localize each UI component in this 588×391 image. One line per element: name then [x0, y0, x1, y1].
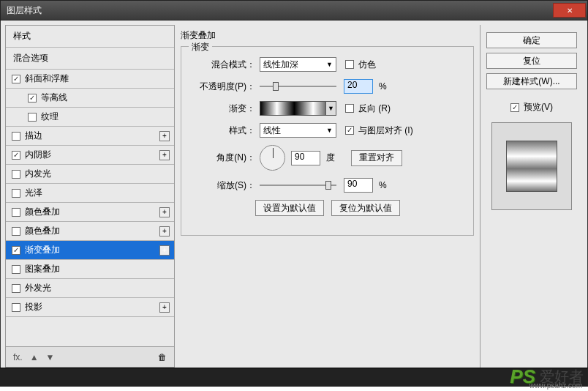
effect-label: 光泽 — [25, 187, 42, 199]
fx-icon[interactable]: fx. — [13, 352, 23, 362]
preview-checkbox[interactable] — [510, 103, 519, 112]
effect-label: 图案叠加 — [25, 263, 60, 275]
effect-checkbox[interactable] — [12, 227, 20, 236]
effect-checkbox[interactable] — [12, 170, 20, 179]
effect-label: 渐变叠加 — [25, 244, 60, 256]
ok-button[interactable]: 确定 — [486, 32, 577, 48]
effect-list: 斜面和浮雕等高线纹理描边+内阴影+内发光光泽颜色叠加+颜色叠加+渐变叠加+图案叠… — [6, 70, 174, 346]
effect-row[interactable]: 等高线 — [6, 89, 174, 108]
new-style-button[interactable]: 新建样式(W)... — [486, 73, 577, 89]
preview-box — [491, 122, 572, 210]
effect-checkbox[interactable] — [12, 208, 20, 217]
scale-unit: % — [379, 180, 387, 190]
close-icon: ✕ — [567, 7, 573, 15]
effect-row[interactable]: 渐变叠加+ — [6, 241, 174, 260]
opacity-slider[interactable] — [260, 81, 336, 92]
blend-mode-select[interactable]: 线性加深 ▼ — [260, 57, 336, 72]
down-icon[interactable]: ▼ — [46, 352, 55, 362]
reset-button[interactable]: 复位 — [486, 53, 577, 69]
effect-checkbox[interactable] — [28, 113, 37, 122]
add-effect-icon[interactable]: + — [159, 226, 170, 237]
main-area: 样式 混合选项 斜面和浮雕等高线纹理描边+内阴影+内发光光泽颜色叠加+颜色叠加+… — [0, 21, 588, 368]
title-bar: 图层样式 ✕ — [0, 0, 588, 21]
preview-label: 预览(V) — [524, 101, 553, 113]
add-effect-icon[interactable]: + — [159, 207, 170, 217]
effect-checkbox[interactable] — [12, 246, 20, 255]
align-label: 与图层对齐 (I) — [358, 124, 413, 137]
angle-label: 角度(N)： — [190, 152, 260, 164]
group-legend: 渐变 — [189, 41, 212, 53]
effect-label: 纹理 — [41, 111, 59, 123]
style-value: 线性 — [263, 124, 281, 137]
angle-input[interactable]: 90 — [291, 151, 320, 165]
effect-row[interactable]: 纹理 — [6, 108, 174, 127]
styles-sidebar: 样式 混合选项 斜面和浮雕等高线纹理描边+内阴影+内发光光泽颜色叠加+颜色叠加+… — [5, 25, 175, 368]
opacity-label: 不透明度(P)： — [190, 81, 260, 93]
angle-unit: 度 — [326, 152, 335, 164]
effect-checkbox[interactable] — [12, 303, 20, 312]
effect-checkbox[interactable] — [12, 284, 20, 293]
style-select[interactable]: 线性 ▼ — [260, 123, 336, 138]
make-default-button[interactable]: 设置为默认值 — [255, 200, 324, 216]
reset-default-button[interactable]: 复位为默认值 — [331, 200, 400, 216]
effect-checkbox[interactable] — [12, 265, 20, 274]
scale-input[interactable]: 90 — [344, 178, 373, 193]
effect-checkbox[interactable] — [12, 132, 20, 141]
action-column: 确定 复位 新建样式(W)... 预览(V) — [480, 25, 583, 368]
effect-row[interactable]: 外发光 — [6, 279, 174, 298]
gradient-dropdown-icon[interactable]: ▼ — [325, 102, 336, 115]
effect-label: 外发光 — [25, 282, 51, 294]
effect-label: 颜色叠加 — [25, 206, 60, 218]
reverse-label: 反向 (R) — [358, 103, 391, 115]
sidebar-footer: fx. ▲ ▼ 🗑 — [6, 346, 174, 367]
effect-row[interactable]: 图案叠加 — [6, 260, 174, 279]
effect-row[interactable]: 内发光 — [6, 165, 174, 184]
effect-row[interactable]: 颜色叠加+ — [6, 203, 174, 222]
chevron-down-icon: ▼ — [326, 127, 333, 134]
trash-icon[interactable]: 🗑 — [158, 352, 167, 362]
angle-dial[interactable] — [260, 145, 285, 171]
sidebar-header-blend-options[interactable]: 混合选项 — [6, 48, 174, 70]
effect-row[interactable]: 描边+ — [6, 127, 174, 146]
effect-row[interactable]: 投影+ — [6, 298, 174, 317]
window-title: 图层样式 — [7, 4, 42, 17]
sidebar-header-styles[interactable]: 样式 — [6, 26, 174, 48]
settings-panel: 渐变叠加 渐变 混合模式： 线性加深 ▼ 仿色 不透明度(P)： 20 % — [175, 25, 480, 368]
add-effect-icon[interactable]: + — [159, 131, 170, 141]
dither-checkbox[interactable] — [345, 60, 354, 69]
effect-checkbox[interactable] — [12, 151, 20, 160]
add-effect-icon[interactable]: + — [159, 245, 170, 256]
effect-row[interactable]: 颜色叠加+ — [6, 222, 174, 241]
scale-label: 缩放(S)： — [190, 179, 260, 192]
effect-label: 颜色叠加 — [25, 225, 60, 237]
blend-mode-label: 混合模式： — [190, 59, 260, 71]
up-icon[interactable]: ▲ — [30, 352, 39, 362]
effect-row[interactable]: 内阴影+ — [6, 146, 174, 165]
scale-slider[interactable] — [260, 180, 336, 190]
gradient-label: 渐变： — [190, 103, 260, 115]
add-effect-icon[interactable]: + — [159, 302, 170, 313]
close-button[interactable]: ✕ — [553, 3, 586, 18]
style-label: 样式： — [190, 124, 260, 137]
opacity-input[interactable]: 20 — [344, 79, 373, 94]
reverse-checkbox[interactable] — [345, 104, 354, 113]
effect-label: 描边 — [25, 130, 42, 142]
effect-row[interactable]: 斜面和浮雕 — [6, 70, 174, 89]
effect-label: 内发光 — [25, 168, 51, 180]
effect-row[interactable]: 光泽 — [6, 184, 174, 203]
watermark-url: www.psahz.com — [529, 381, 582, 390]
preview-swatch — [506, 141, 557, 192]
effect-checkbox[interactable] — [28, 94, 37, 103]
blend-mode-value: 线性加深 — [263, 59, 298, 71]
add-effect-icon[interactable]: + — [159, 150, 170, 160]
chevron-down-icon: ▼ — [326, 61, 333, 68]
align-checkbox[interactable] — [345, 126, 354, 135]
reset-align-button[interactable]: 重置对齐 — [351, 150, 402, 166]
gradient-picker[interactable]: ▼ — [260, 101, 336, 116]
effect-checkbox[interactable] — [12, 75, 20, 83]
effect-label: 内阴影 — [25, 149, 51, 161]
effect-checkbox[interactable] — [12, 189, 20, 198]
dither-label: 仿色 — [358, 59, 376, 71]
bottom-border — [0, 368, 588, 387]
effect-label: 等高线 — [41, 92, 67, 104]
